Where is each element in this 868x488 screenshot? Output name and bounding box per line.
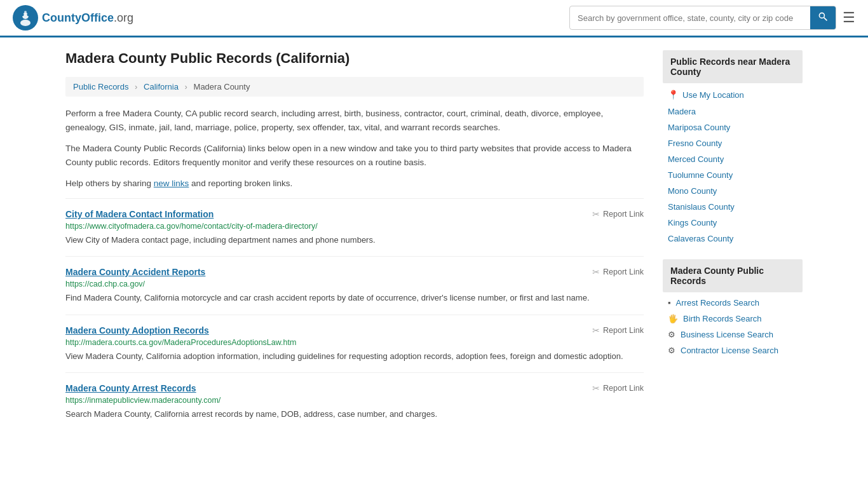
sidebar-record-icon: ⚙ [668, 346, 675, 355]
sidebar-nearby-link[interactable]: Mono County [663, 183, 803, 199]
svg-point-3 [21, 13, 24, 17]
site-header: CountyOffice.org ☰ [0, 0, 868, 37]
record-entry: City of Madera Contact Information ✂ Rep… [65, 198, 644, 257]
sidebar-nearby-link[interactable]: Mariposa County [663, 119, 803, 135]
sidebar-record-links: ▪Arrest Records Search🖐Birth Records Sea… [663, 295, 803, 358]
record-description: Search Madera County, California arrest … [65, 408, 644, 421]
sidebar-nearby-link[interactable]: Madera [663, 104, 803, 119]
record-description: View Madera County, California adoption … [65, 350, 644, 363]
header-right: ☰ [569, 6, 855, 30]
sidebar-record-label: Arrest Records Search [676, 298, 760, 308]
report-link[interactable]: ✂ Report Link [592, 267, 644, 277]
report-icon: ✂ [592, 383, 600, 393]
record-header: Madera County Arrest Records ✂ Report Li… [65, 383, 644, 393]
content-area: Madera County Public Records (California… [65, 50, 644, 431]
svg-point-4 [27, 13, 31, 17]
record-title[interactable]: City of Madera Contact Information [65, 209, 214, 219]
breadcrumb-california[interactable]: California [144, 82, 179, 92]
record-url[interactable]: https://www.cityofmadera.ca.gov/home/con… [65, 222, 644, 231]
sidebar-nearby-link[interactable]: Merced County [663, 151, 803, 167]
location-pin-icon: 📍 [668, 90, 679, 100]
record-entry: Madera County Accident Reports ✂ Report … [65, 256, 644, 315]
description-2: The Madera County Public Records (Califo… [65, 142, 644, 169]
sidebar-record-link[interactable]: ⚙Business License Search [663, 327, 803, 342]
sidebar-nearby-link[interactable]: Kings County [663, 215, 803, 231]
sidebar-record-link[interactable]: 🖐Birth Records Search [663, 311, 803, 327]
breadcrumb-current: Madera County [194, 82, 250, 92]
record-title[interactable]: Madera County Accident Reports [65, 267, 205, 277]
sidebar-record-link[interactable]: ⚙Contractor License Search [663, 342, 803, 358]
sidebar-record-label: Business License Search [681, 330, 773, 339]
svg-point-2 [20, 20, 31, 26]
sidebar-record-icon: 🖐 [668, 314, 678, 323]
record-entry: Madera County Arrest Records ✂ Report Li… [65, 372, 644, 431]
sidebar-records-section: Madera County Public Records ▪Arrest Rec… [663, 259, 803, 358]
sidebar-nearby-link[interactable]: Stanislaus County [663, 199, 803, 215]
records-section-title: Madera County Public Records [663, 259, 803, 292]
description-1: Perform a free Madera County, CA public … [65, 107, 644, 134]
logo-text: CountyOffice.org [42, 11, 133, 25]
search-button[interactable] [810, 6, 836, 29]
breadcrumb: Public Records › California › Madera Cou… [65, 77, 644, 97]
report-icon: ✂ [592, 209, 600, 219]
report-icon: ✂ [592, 267, 600, 277]
report-link[interactable]: ✂ Report Link [592, 383, 644, 393]
record-url[interactable]: http://madera.courts.ca.gov/MaderaProced… [65, 338, 644, 347]
report-link[interactable]: ✂ Report Link [592, 209, 644, 219]
sidebar-record-label: Contractor License Search [681, 346, 778, 355]
svg-point-5 [24, 11, 27, 13]
sidebar-nearby-link[interactable]: Tuolumne County [663, 167, 803, 183]
svg-point-6 [819, 13, 824, 18]
sidebar-nearby-link[interactable]: Calaveras County [663, 231, 803, 247]
nearby-links-list: MaderaMariposa CountyFresno CountyMerced… [663, 104, 803, 247]
record-entry: Madera County Adoption Records ✂ Report … [65, 315, 644, 373]
breadcrumb-public-records[interactable]: Public Records [73, 82, 128, 92]
report-link[interactable]: ✂ Report Link [592, 325, 644, 336]
record-description: View City of Madera contact page, includ… [65, 234, 644, 247]
record-header: Madera County Adoption Records ✂ Report … [65, 325, 644, 336]
search-input[interactable] [570, 8, 810, 28]
report-icon: ✂ [592, 325, 600, 336]
record-header: Madera County Accident Reports ✂ Report … [65, 267, 644, 277]
records-list: City of Madera Contact Information ✂ Rep… [65, 198, 644, 431]
svg-line-7 [824, 18, 827, 21]
main-layout: Madera County Public Records (California… [53, 37, 815, 444]
record-title[interactable]: Madera County Adoption Records [65, 325, 209, 336]
sidebar-nearby-link[interactable]: Fresno County [663, 135, 803, 151]
sidebar: Public Records near Madera County 📍 Use … [663, 50, 803, 431]
nearby-section-title: Public Records near Madera County [663, 50, 803, 83]
record-title[interactable]: Madera County Arrest Records [65, 383, 196, 393]
record-url[interactable]: https://cad.chp.ca.gov/ [65, 280, 644, 288]
sidebar-record-icon: ▪ [668, 298, 671, 308]
new-links-link[interactable]: new links [154, 179, 189, 188]
record-url[interactable]: https://inmatepublicview.maderacounty.co… [65, 396, 644, 405]
search-bar [569, 6, 836, 30]
record-header: City of Madera Contact Information ✂ Rep… [65, 209, 644, 219]
page-title: Madera County Public Records (California… [65, 50, 644, 67]
use-my-location[interactable]: 📍 Use My Location [663, 86, 803, 104]
sidebar-record-link[interactable]: ▪Arrest Records Search [663, 295, 803, 311]
logo-area: CountyOffice.org [13, 5, 133, 30]
hamburger-menu[interactable]: ☰ [843, 10, 855, 26]
record-description: Find Madera County, California motorcycl… [65, 292, 644, 304]
logo-icon [13, 5, 38, 30]
sidebar-record-label: Birth Records Search [683, 314, 762, 323]
description-3: Help others by sharing new links and rep… [65, 177, 644, 191]
sidebar-record-icon: ⚙ [668, 330, 675, 339]
